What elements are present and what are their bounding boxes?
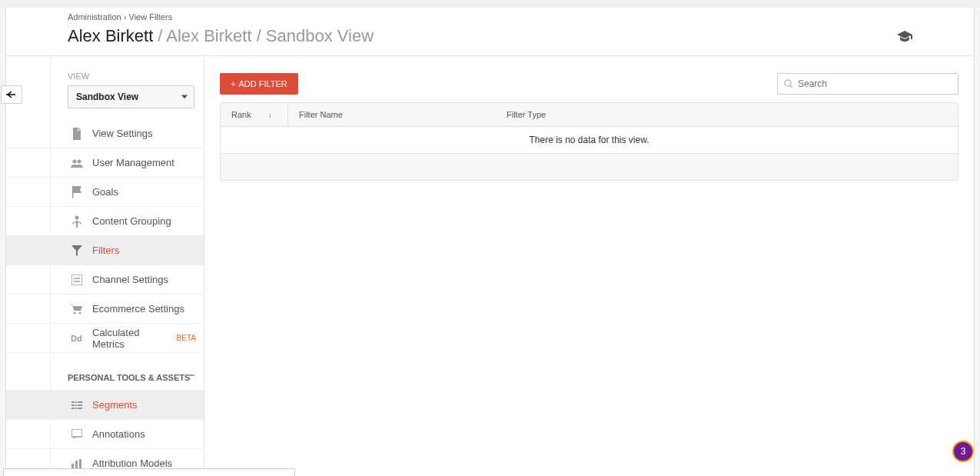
sidebar-section-label: VIEW	[6, 72, 204, 85]
beta-badge: BETA	[177, 334, 196, 342]
view-selector-value: Sandbox View	[76, 92, 138, 102]
users-icon	[71, 158, 83, 168]
add-filter-button[interactable]: + ADD FILTER	[220, 73, 298, 95]
status-bar-stub	[3, 468, 295, 476]
svg-point-9	[75, 408, 77, 409]
sidebar-item-annotations[interactable]: Annotations	[6, 420, 204, 449]
svg-point-1	[78, 159, 81, 163]
education-icon[interactable]	[897, 31, 912, 42]
main-content: + ADD FILTER Rank ↓ Filter N	[204, 56, 974, 476]
svg-rect-13	[79, 459, 81, 468]
table-empty-message: There is no data for this view.	[221, 127, 958, 154]
svg-rect-3	[71, 275, 82, 285]
sidebar-item-label: Ecommerce Settings	[71, 303, 184, 315]
sidebar-item-goals[interactable]: Goals	[6, 178, 204, 207]
search-input[interactable]	[798, 78, 952, 89]
sidebar-item-content-grouping[interactable]: Content Grouping	[6, 207, 204, 236]
person-icon	[71, 215, 83, 228]
table-footer	[221, 154, 958, 180]
svg-point-0	[73, 159, 77, 163]
filters-table: Rank ↓ Filter Name Filter Type There is …	[220, 102, 958, 181]
sidebar-item-label: User Management	[71, 157, 174, 168]
svg-rect-11	[71, 464, 74, 468]
sidebar-item-view-settings[interactable]: View Settings	[6, 119, 204, 148]
cart-icon	[71, 304, 83, 315]
notification-badge[interactable]: 3	[952, 441, 974, 462]
page-title: Alex Birkett	[68, 26, 153, 46]
segments-icon	[71, 401, 83, 410]
svg-point-5	[79, 311, 81, 314]
column-header-filter-name[interactable]: Filter Name	[288, 103, 496, 126]
dd-icon: Dd	[71, 334, 83, 343]
svg-point-8	[75, 404, 77, 406]
svg-point-4	[74, 311, 76, 314]
sidebar-group-header[interactable]: PERSONAL TOOLS & ASSETS	[6, 353, 204, 391]
channel-icon	[71, 275, 83, 285]
breadcrumb-sep: ›	[124, 12, 127, 22]
sidebar-item-calculated-metrics[interactable]: DdCalculated MetricsBETA	[6, 324, 204, 353]
svg-text:Dd: Dd	[71, 334, 82, 343]
sidebar-item-label: Calculated Metrics	[71, 327, 164, 350]
sidebar-item-channel-settings[interactable]: Channel Settings	[6, 265, 204, 295]
chevron-down-icon	[181, 95, 188, 99]
svg-rect-12	[75, 461, 78, 468]
filter-icon	[71, 245, 83, 256]
breadcrumb: Administration › View Filters	[6, 8, 974, 22]
sort-arrow-icon: ↓	[268, 111, 272, 119]
plus-icon: +	[231, 79, 235, 88]
view-selector[interactable]: Sandbox View	[68, 85, 194, 108]
column-header-rank-label: Rank	[231, 110, 251, 119]
add-filter-label: ADD FILTER	[238, 79, 287, 88]
sidebar-item-filters[interactable]: Filters	[6, 236, 204, 265]
column-header-rank[interactable]: Rank ↓	[221, 103, 288, 126]
svg-line-16	[790, 85, 792, 88]
chat-icon	[71, 429, 83, 439]
sidebar-item-segments[interactable]: Segments	[6, 391, 204, 420]
column-header-filter-type[interactable]: Filter Type	[496, 103, 958, 126]
flag-icon	[71, 186, 83, 198]
sidebar-item-label: Attribution Models	[71, 458, 172, 469]
svg-point-2	[75, 215, 79, 219]
svg-point-15	[785, 80, 791, 86]
sidebar-item-ecommerce-settings[interactable]: Ecommerce Settings	[6, 295, 204, 324]
sidebar-item-label: Channel Settings	[71, 274, 168, 285]
sidebar: VIEW Sandbox View View SettingsUser Mana…	[6, 56, 204, 476]
sidebar-item-label: Content Grouping	[71, 215, 171, 227]
breadcrumb-root[interactable]: Administration	[68, 12, 121, 22]
svg-rect-10	[71, 429, 82, 437]
svg-point-7	[75, 401, 77, 403]
bars-icon	[71, 459, 83, 468]
sidebar-item-user-management[interactable]: User Management	[6, 148, 204, 178]
breadcrumb-current: View Filters	[129, 12, 173, 22]
page-title-path: / Alex Birkett / Sandbox View	[158, 26, 374, 46]
search-field[interactable]	[777, 73, 958, 95]
doc-icon	[71, 128, 83, 140]
search-icon	[784, 79, 793, 88]
